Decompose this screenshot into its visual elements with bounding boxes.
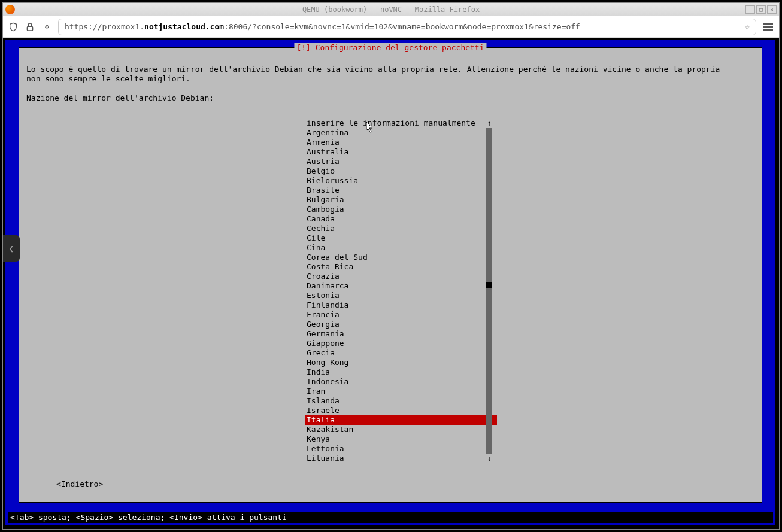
list-item[interactable]: Cechia xyxy=(305,224,497,233)
dialog-prompt: Nazione del mirror dell'archivio Debian: xyxy=(26,93,754,103)
list-item[interactable]: Kazakistan xyxy=(305,425,497,434)
list-item[interactable]: Austria xyxy=(305,157,497,166)
dialog-title: [!] Configurazione del gestore pacchetti xyxy=(294,43,486,53)
list-item[interactable]: Iran xyxy=(305,387,497,396)
url-input[interactable]: https://proxmox1.notjustacloud.com:8006/… xyxy=(58,19,756,35)
list-item[interactable]: Kenya xyxy=(305,434,497,444)
list-item[interactable]: inserire le informazioni manualmente xyxy=(305,118,497,128)
list-item[interactable]: Islanda xyxy=(305,396,497,406)
list-item[interactable]: Corea del Sud xyxy=(305,253,497,262)
back-button[interactable]: <Indietro> xyxy=(56,479,103,489)
list-item[interactable]: Lituania xyxy=(305,454,497,463)
hamburger-menu-icon[interactable] xyxy=(762,21,774,33)
list-item[interactable]: Grecia xyxy=(305,348,497,358)
list-item[interactable]: Cina xyxy=(305,243,497,253)
list-item[interactable]: India xyxy=(305,367,497,377)
list-item[interactable]: Argentina xyxy=(305,128,497,138)
help-bar: <Tab> sposta; <Spazio> seleziona; <Invio… xyxy=(8,512,773,523)
list-item[interactable]: Finlandia xyxy=(305,300,497,310)
list-item[interactable]: Francia xyxy=(305,310,497,320)
list-item[interactable]: Canada xyxy=(305,214,497,224)
scroll-down-icon[interactable]: ↓ xyxy=(486,454,492,463)
scrollbar-track[interactable] xyxy=(486,118,492,463)
vnc-viewport[interactable]: ❮ [!] Configurazione del gestore pacchet… xyxy=(3,38,779,529)
list-item[interactable]: Cile xyxy=(305,233,497,243)
list-item[interactable]: Costa Rica xyxy=(305,262,497,272)
list-item[interactable]: Brasile xyxy=(305,186,497,195)
titlebar: QEMU (bookworm) - noVNC – Mozilla Firefo… xyxy=(3,3,779,16)
dialog-description: Lo scopo è quello di trovare un mirror d… xyxy=(26,65,754,84)
list-item[interactable]: Australia xyxy=(305,147,497,157)
minimize-button[interactable]: – xyxy=(745,5,755,14)
list-item[interactable]: Giappone xyxy=(305,339,497,348)
window-buttons: – □ × xyxy=(745,5,777,14)
url-toolbar: ⚙ https://proxmox1.notjustacloud.com:800… xyxy=(3,16,779,38)
svg-rect-0 xyxy=(27,26,32,31)
mirror-list[interactable]: inserire le informazioni manualmenteArge… xyxy=(305,118,497,463)
list-item[interactable]: Bulgaria xyxy=(305,195,497,205)
list-item[interactable]: Italia xyxy=(305,415,497,425)
list-item[interactable]: Belgio xyxy=(305,166,497,176)
scroll-up-icon[interactable]: ↑ xyxy=(486,118,492,128)
list-item[interactable]: Indonesia xyxy=(305,377,497,387)
list-item[interactable]: Hong Kong xyxy=(305,358,497,367)
window-title: QEMU (bookworm) - noVNC – Mozilla Firefo… xyxy=(3,5,779,14)
bookmark-star-icon[interactable]: ☆ xyxy=(745,22,750,31)
list-item[interactable]: Israele xyxy=(305,406,497,415)
list-item[interactable]: Bielorussia xyxy=(305,176,497,186)
list-item[interactable]: Lettonia xyxy=(305,444,497,454)
list-item[interactable]: Armenia xyxy=(305,138,497,147)
lock-icon[interactable] xyxy=(25,22,35,32)
novnc-handle[interactable]: ❮ xyxy=(3,235,20,262)
list-item[interactable]: Estonia xyxy=(305,291,497,300)
shield-icon[interactable] xyxy=(8,22,19,32)
url-text: https://proxmox1.notjustacloud.com:8006/… xyxy=(65,22,739,31)
list-item[interactable]: Cambogia xyxy=(305,205,497,214)
close-button[interactable]: × xyxy=(767,5,777,14)
firefox-window: QEMU (bookworm) - noVNC – Mozilla Firefo… xyxy=(2,2,780,530)
list-item[interactable]: Croazia xyxy=(305,272,497,281)
scrollbar-thumb[interactable] xyxy=(486,282,492,288)
installer-screen: [!] Configurazione del gestore pacchetti… xyxy=(5,40,775,525)
firefox-icon xyxy=(5,5,15,14)
list-item[interactable]: Germania xyxy=(305,329,497,339)
list-item[interactable]: Georgia xyxy=(305,320,497,329)
maximize-button[interactable]: □ xyxy=(756,5,766,14)
permissions-icon[interactable]: ⚙ xyxy=(41,22,52,32)
list-item[interactable]: Danimarca xyxy=(305,281,497,291)
dialog-panel: [!] Configurazione del gestore pacchetti… xyxy=(19,47,762,503)
